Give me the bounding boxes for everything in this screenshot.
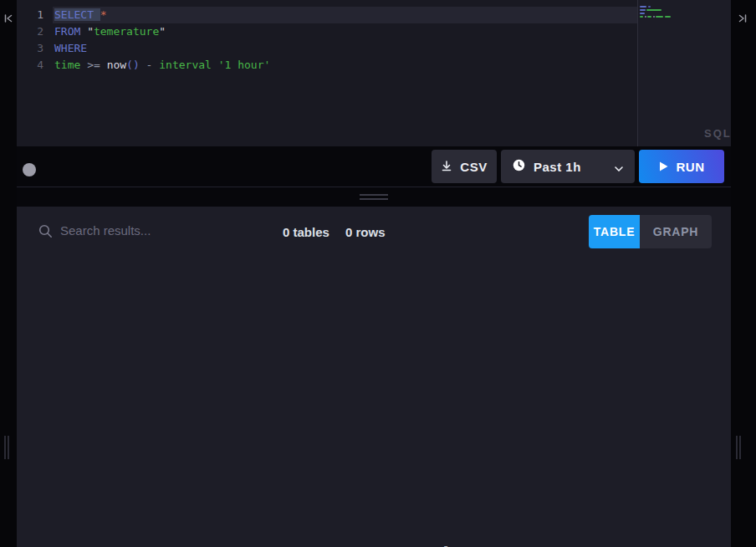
rows-count: 0 rows: [345, 225, 386, 239]
sql-editor[interactable]: 1SELECT *2FROM "temerature"3WHERE4time >…: [17, 0, 731, 146]
left-resize-handle[interactable]: [4, 436, 13, 459]
language-badge: SQL: [704, 127, 732, 140]
right-panel-gutter: [731, 0, 756, 547]
code-line-content: SELECT *: [53, 7, 637, 23]
right-resize-handle[interactable]: [736, 436, 744, 459]
line-number: 2: [17, 23, 43, 40]
time-range-dropdown[interactable]: Past 1h: [501, 150, 635, 183]
line-number: 1: [17, 7, 43, 23]
code-line[interactable]: 3WHERE: [17, 40, 637, 57]
code-line-content: FROM "temerature": [53, 23, 637, 40]
panel-resize-splitter[interactable]: [17, 187, 731, 207]
code-line[interactable]: 4time >= now() - interval '1 hour': [17, 57, 637, 74]
tables-count: 0 tables: [283, 225, 329, 239]
code-line[interactable]: 2FROM "temerature": [17, 23, 637, 40]
code-line-content: time >= now() - interval '1 hour': [53, 57, 637, 74]
tab-table[interactable]: TABLE: [589, 215, 640, 248]
collapse-left-icon[interactable]: [3, 12, 13, 27]
editor-minimap[interactable]: [638, 0, 731, 146]
run-button[interactable]: RUN: [639, 150, 724, 183]
results-panel: 0 tables 0 rows TABLE GRAPH Query Result…: [17, 207, 731, 547]
query-toolbar: CSV Past 1h: [17, 146, 731, 187]
code-lines[interactable]: 1SELECT *2FROM "temerature"3WHERE4time >…: [17, 7, 637, 74]
run-button-label: RUN: [677, 160, 705, 174]
clock-icon: [513, 159, 525, 174]
code-line[interactable]: 1SELECT *: [17, 7, 637, 23]
empty-state-heading: Query Results: [311, 542, 470, 547]
download-icon: [441, 160, 452, 174]
search-results-input[interactable]: [60, 218, 261, 242]
play-icon: [659, 160, 668, 174]
tab-graph[interactable]: GRAPH: [640, 215, 712, 248]
expand-right-icon[interactable]: [738, 12, 748, 27]
code-line-content: WHERE: [53, 40, 637, 57]
left-panel-gutter: [0, 0, 17, 547]
time-range-label: Past 1h: [534, 160, 581, 174]
search-icon: [38, 224, 53, 242]
line-number: 3: [17, 40, 43, 57]
status-indicator: [23, 163, 36, 176]
chevron-down-icon: [615, 160, 623, 174]
splitter-drag-handle[interactable]: [360, 194, 388, 202]
csv-export-button[interactable]: CSV: [432, 150, 497, 183]
sql-query-workspace: 1SELECT *2FROM "temerature"3WHERE4time >…: [0, 0, 756, 547]
view-toggle: TABLE GRAPH: [589, 215, 712, 248]
toolbar-buttons: CSV Past 1h: [432, 150, 724, 183]
line-number: 4: [17, 57, 43, 74]
csv-button-label: CSV: [460, 160, 487, 174]
